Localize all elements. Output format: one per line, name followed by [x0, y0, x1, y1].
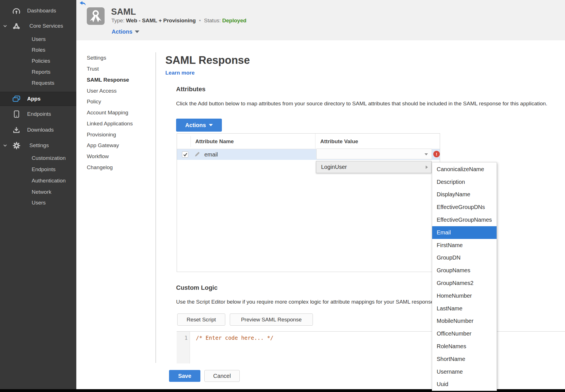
sidebar-item-label: Apps — [27, 96, 41, 102]
sidebar-item-label: Settings — [29, 142, 49, 149]
editor-gutter: 1 — [177, 332, 190, 363]
sidebar-item-authentication[interactable]: Authentication — [0, 175, 76, 186]
row-checkbox[interactable] — [182, 151, 188, 158]
sidebar-item-label: Users — [32, 200, 46, 206]
status-label: Status: — [204, 18, 221, 23]
preview-saml-response-button[interactable]: Preview SAML Response — [230, 313, 313, 326]
type-value: Web - SAML + Provisioning — [126, 18, 196, 23]
attributes-description: Click the Add button below to map attrib… — [176, 101, 547, 107]
saml-app-ribbon-icon — [87, 7, 105, 26]
line-number: 1 — [185, 335, 188, 341]
table-header: Attribute Name Attribute Value — [177, 134, 440, 149]
submenu-item[interactable]: EffectiveGroupNames — [432, 214, 497, 226]
submenu-item[interactable]: Uuid — [432, 378, 497, 391]
column-header-attribute-name: Attribute Name — [195, 134, 234, 149]
subnav-item[interactable]: Workflow — [87, 151, 149, 162]
subnav-item[interactable]: SAML Response — [87, 75, 149, 86]
editor-code-area[interactable]: /* Enter code here... */ — [196, 335, 274, 341]
submenu-item[interactable]: GroupNames2 — [432, 277, 497, 289]
caret-down-icon — [135, 31, 139, 33]
submenu-item[interactable]: DisplayName — [432, 188, 497, 201]
actions-button-label: Actions — [185, 122, 206, 129]
submenu-item[interactable]: GroupNames — [432, 264, 497, 277]
actions-label: Actions — [112, 29, 132, 35]
submenu-item[interactable]: HomeNumber — [432, 289, 497, 302]
attribute-value-combobox[interactable] — [316, 149, 432, 159]
status-badge: Deployed — [222, 18, 246, 23]
submenu-item[interactable]: CanonicalizeName — [432, 163, 497, 176]
submenu-item[interactable]: OfficeNumber — [432, 327, 497, 340]
sidebar-item-label: Core Services — [29, 23, 63, 29]
submenu-item[interactable]: MobileNumber — [432, 315, 497, 328]
sidebar-item-core-services[interactable]: Core Services — [0, 20, 76, 32]
submenu-item[interactable]: Description — [432, 176, 497, 188]
submenu-item[interactable]: Email — [432, 226, 497, 239]
sidebar-item-customization[interactable]: Customization — [0, 153, 76, 164]
save-button[interactable]: Save — [169, 370, 200, 382]
attributes-table: Attribute Name Attribute Value email ! — [177, 133, 440, 272]
caret-down-icon — [209, 124, 213, 126]
sidebar-item-policies[interactable]: Policies — [0, 55, 76, 67]
sidebar-item-endpoints[interactable]: Endpoints — [0, 108, 76, 120]
sidebar-item-endpoints[interactable]: Endpoints — [0, 164, 76, 175]
sidebar-item-users[interactable]: Users — [0, 34, 76, 45]
sidebar-item-users[interactable]: Users — [0, 197, 76, 208]
value-menu-loginuser[interactable]: LoginUser — [316, 161, 432, 173]
sidebar-item-label: Roles — [32, 47, 46, 53]
subnav-item[interactable]: Provisioning — [87, 129, 149, 140]
subnav-item[interactable]: Trust — [87, 64, 149, 75]
chevron-down-icon — [3, 25, 7, 27]
subnav-item[interactable]: Linked Applications — [87, 118, 149, 129]
value-submenu: CanonicalizeNameDescriptionDisplayNameEf… — [432, 162, 497, 391]
subnav-item[interactable]: App Gateway — [87, 140, 149, 151]
column-divider — [315, 134, 315, 149]
sidebar-item-requests[interactable]: Requests — [0, 77, 76, 89]
app-meta: Type: Web - SAML + Provisioning • Status… — [111, 18, 246, 24]
learn-more-link[interactable]: Learn more — [165, 70, 194, 76]
reset-script-button[interactable]: Reset Script — [177, 313, 225, 326]
submenu-item[interactable]: ShortName — [432, 353, 497, 365]
sidebar-item-label: Authentication — [32, 178, 66, 184]
edit-pencil-icon[interactable] — [194, 152, 200, 158]
subnav-item[interactable]: Account Mapping — [87, 107, 149, 118]
sidebar-item-label: Reports — [32, 69, 51, 75]
submenu-item[interactable]: LastName — [432, 302, 497, 315]
cancel-button[interactable]: Cancel — [204, 370, 240, 382]
sidebar-item-label: Policies — [32, 58, 50, 64]
sidebar-item-network[interactable]: Network — [0, 186, 76, 198]
subnav-item[interactable]: Changelog — [87, 162, 149, 173]
subnav-item[interactable]: User Access — [87, 85, 149, 96]
header-actions-menu[interactable]: Actions — [112, 29, 139, 35]
sidebar-item-downloads[interactable]: Downloads — [0, 124, 76, 136]
sidebar-item-label: Endpoints — [27, 111, 51, 117]
attribute-name-cell: email — [204, 149, 218, 160]
submenu-item[interactable]: Username — [432, 365, 497, 378]
submenu-item[interactable]: RoleNames — [432, 340, 497, 353]
sidebar-item-label: Downloads — [27, 127, 54, 133]
script-editor: 1 /* Enter code here... */ — [177, 331, 565, 363]
subnav-item[interactable]: Settings — [87, 53, 149, 64]
sidebar: Dashboards Core Services Users Roles Pol… — [0, 0, 76, 392]
apps-icon — [12, 95, 21, 102]
section-subnav: SettingsTrustSAML ResponseUser AccessPol… — [87, 53, 149, 173]
sidebar-item-dashboards[interactable]: Dashboards — [0, 5, 76, 16]
sidebar-item-label: Network — [32, 189, 51, 195]
vertical-divider — [155, 52, 156, 363]
sidebar-item-roles[interactable]: Roles — [0, 44, 76, 56]
sidebar-item-settings[interactable]: Settings — [0, 140, 76, 151]
subnav-item[interactable]: Policy — [87, 96, 149, 107]
sidebar-item-reports[interactable]: Reports — [0, 66, 76, 78]
type-label: Type: — [111, 18, 124, 23]
core-services-icon — [12, 23, 21, 29]
submenu-item[interactable]: FirstName — [432, 239, 497, 252]
custom-logic-description: Use the Script Editor below if you requi… — [176, 299, 435, 305]
sidebar-item-label: Customization — [32, 155, 66, 161]
attributes-actions-button[interactable]: Actions — [176, 119, 222, 132]
submenu-item[interactable]: EffectiveGroupDNs — [432, 201, 497, 214]
column-header-attribute-value: Attribute Value — [320, 134, 358, 149]
sidebar-item-apps[interactable]: Apps — [0, 92, 76, 106]
submenu-item[interactable]: GroupDN — [432, 252, 497, 264]
download-icon — [12, 127, 21, 133]
chevron-down-icon — [425, 153, 428, 155]
back-arrow-icon[interactable] — [80, 1, 86, 6]
